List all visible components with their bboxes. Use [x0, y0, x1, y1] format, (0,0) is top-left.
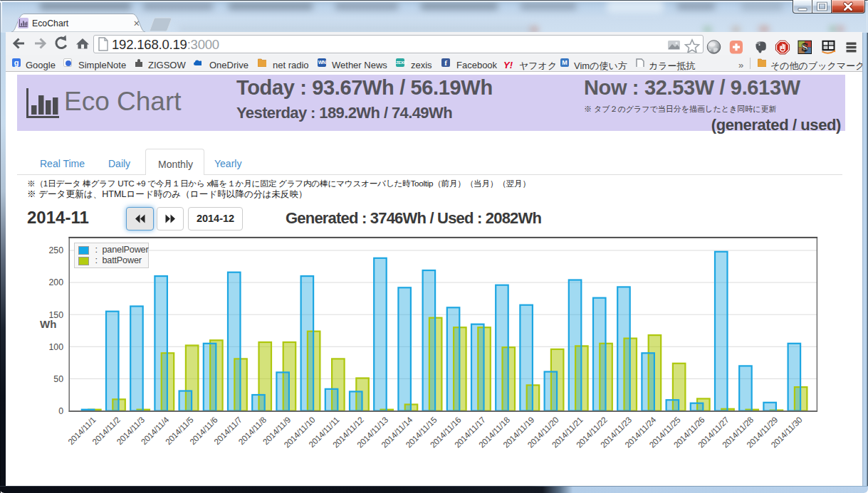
svg-text:0: 0 [58, 406, 63, 416]
svg-text:200: 200 [48, 277, 63, 287]
svg-text:100: 100 [48, 342, 63, 352]
svg-text:250: 250 [48, 245, 63, 255]
svg-text:Wh: Wh [40, 318, 56, 330]
svg-text:50: 50 [53, 374, 63, 384]
